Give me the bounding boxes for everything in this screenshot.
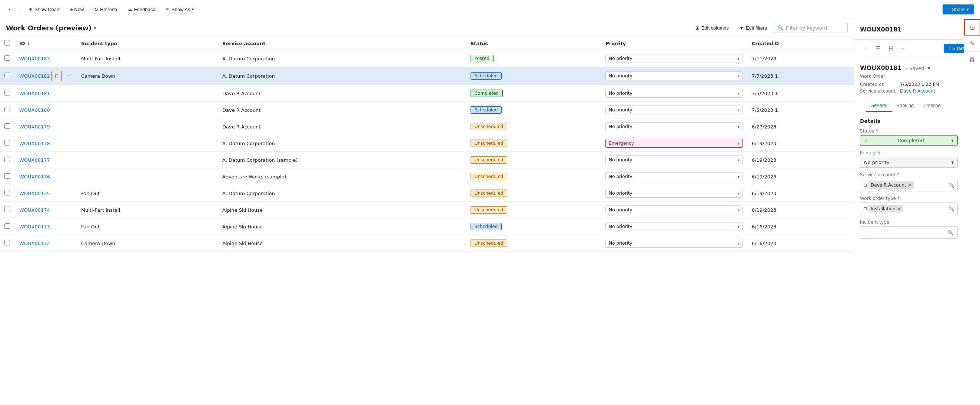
edit-filters-button[interactable]: ▼ Edit filters — [735, 23, 771, 33]
priority-dropdown[interactable]: No priority ▾ — [605, 239, 743, 248]
priority-dropdown[interactable]: No priority ▾ — [605, 205, 743, 214]
row-checkbox[interactable] — [5, 240, 10, 245]
work-order-link[interactable]: WOUX00182 — [19, 73, 50, 79]
panel-layout-button[interactable]: ⊞ — [885, 43, 896, 54]
list-title-chevron-icon[interactable]: ▾ — [94, 25, 96, 31]
work-order-link[interactable]: WOUX00175 — [19, 191, 50, 196]
select-all-checkbox[interactable] — [5, 40, 10, 46]
row-priority-cell: No priority ▾ — [601, 85, 747, 102]
work-order-link[interactable]: WOUX00176 — [19, 174, 50, 179]
work-order-link[interactable]: WOUX00174 — [19, 207, 50, 213]
priority-dropdown[interactable]: No priority ▾ — [605, 156, 743, 164]
service-account-meta-link[interactable]: Dave R Account — [900, 89, 958, 94]
row-checkbox[interactable] — [5, 106, 10, 112]
side-edit-button[interactable]: ✎ — [964, 35, 980, 52]
work-order-link[interactable]: WOUX00173 — [19, 224, 50, 230]
work-order-link[interactable]: WOUX00183 — [19, 56, 50, 62]
priority-field-group: Priority ✎ No priority ▾ — [860, 150, 958, 168]
side-delete-button[interactable]: 🗑 — [964, 52, 980, 68]
priority-label-text: Priority — [860, 150, 876, 156]
panel-toolbar: ‹ ☰ ⊞ ··· ↑ Share ▾ — [854, 40, 980, 57]
priority-dropdown[interactable]: No priority ▾ — [605, 54, 743, 63]
row-checkbox[interactable] — [5, 55, 10, 61]
refresh-button[interactable]: ↻ Refresh — [91, 5, 121, 14]
header-service-account[interactable]: Service account — [218, 37, 466, 50]
header-priority[interactable]: Priority — [601, 37, 747, 50]
status-field-dropdown[interactable]: ✓ Completed ▾ — [860, 135, 958, 146]
service-account-search-icon[interactable]: 🔍 — [948, 183, 955, 188]
priority-dropdown[interactable]: No priority ▾ — [605, 122, 743, 131]
row-open-form-button[interactable]: ⊡ — [51, 71, 62, 81]
row-checkbox[interactable] — [5, 90, 10, 95]
incident-type-search-icon[interactable]: 🔍 — [948, 230, 954, 235]
work-order-link[interactable]: WOUX00179 — [19, 124, 50, 130]
details-title: Details — [860, 118, 958, 124]
back-button[interactable]: ← — [6, 5, 16, 15]
priority-column-label: Priority — [605, 41, 626, 46]
header-status[interactable]: Status — [466, 37, 601, 50]
panel-collapse-button[interactable]: ▾ — [926, 63, 932, 73]
feedback-button[interactable]: ☁ Feedback — [124, 5, 159, 14]
row-checkbox-cell — [0, 102, 15, 119]
header-incident-type[interactable]: Incident type — [77, 37, 218, 50]
row-created-cell: 7/5/2023 1 — [747, 102, 854, 119]
share-button[interactable]: ↑ Share ▾ — [943, 5, 974, 14]
work-order-type-remove-icon[interactable]: ✕ — [897, 206, 902, 212]
show-as-button[interactable]: ⊡ Show As ▾ — [162, 5, 198, 14]
row-checkbox[interactable] — [5, 123, 10, 129]
tab-timeline[interactable]: Timeline — [918, 100, 945, 112]
row-id-cell: WOUX00179 — [15, 119, 77, 135]
main-area: Work Orders (preview) ▾ ⊞ Edit columns ▼… — [0, 19, 980, 405]
row-checkbox[interactable] — [5, 173, 10, 179]
row-id-cell: WOUX00175 — [15, 185, 77, 202]
header-id[interactable]: ID ↓ — [15, 37, 77, 50]
panel-back-button[interactable]: ‹ — [860, 43, 871, 54]
row-id-cell: WOUX00173 — [15, 218, 77, 235]
work-order-link[interactable]: WOUX00172 — [19, 241, 50, 246]
panel-more-button[interactable]: ··· — [898, 43, 909, 54]
status-badge: Unscheduled — [471, 156, 508, 164]
row-checkbox[interactable] — [5, 140, 10, 146]
tab-general[interactable]: General — [866, 100, 892, 112]
priority-dropdown[interactable]: No priority ▾ — [605, 172, 743, 181]
new-label: + New — [70, 7, 84, 12]
service-account-remove-icon[interactable]: ✕ — [908, 182, 912, 188]
work-order-link[interactable]: WOUX00180 — [19, 107, 50, 113]
filter-search-input[interactable]: 🔍 Filter by keyword — [774, 23, 848, 33]
row-checkbox[interactable] — [5, 223, 10, 229]
priority-dropdown[interactable]: No priority ▾ — [605, 89, 743, 98]
row-incident-type-cell: Fan Out — [77, 218, 218, 235]
priority-dropdown[interactable]: No priority ▾ — [605, 189, 743, 198]
new-button[interactable]: + New — [66, 5, 88, 14]
row-priority-cell: No priority ▾ — [601, 185, 747, 202]
tab-booking[interactable]: Booking — [892, 100, 918, 112]
row-checkbox[interactable] — [5, 206, 10, 212]
priority-dropdown[interactable]: No priority ▾ — [605, 222, 743, 231]
side-document-view-button[interactable]: ⊡ — [964, 19, 980, 35]
work-order-link[interactable]: WOUX00181 — [19, 91, 50, 96]
panel-document-button[interactable]: ☰ — [873, 43, 884, 54]
priority-field-dropdown[interactable]: No priority ▾ — [860, 157, 958, 168]
edit-columns-button[interactable]: ⊞ Edit columns — [692, 23, 732, 33]
row-service-account-cell: Dave R Account — [218, 119, 466, 135]
priority-dropdown[interactable]: Emergency ▾ — [605, 139, 743, 148]
row-service-account-cell: Alpine Ski House — [218, 202, 466, 218]
priority-edit-icon[interactable]: ✎ — [877, 151, 881, 156]
priority-dropdown[interactable]: No priority ▾ — [605, 105, 743, 114]
header-created[interactable]: Created O — [747, 37, 854, 50]
work-order-link[interactable]: WOUX00178 — [19, 141, 50, 146]
show-chart-button[interactable]: ⊞ Show Chart — [25, 5, 64, 14]
work-order-type-search-icon[interactable]: 🔍 — [948, 206, 955, 212]
work-order-type-tag-field[interactable]: ⊡ Installation ✕ 🔍 — [860, 202, 958, 215]
status-chevron-icon: ▾ — [951, 138, 954, 143]
row-more-button[interactable]: ··· — [64, 71, 72, 80]
row-checkbox-cell — [0, 135, 15, 152]
service-account-tag-field[interactable]: ⊡ Dave R Account ✕ 🔍 — [860, 179, 958, 191]
priority-dropdown[interactable]: No priority ▾ — [605, 71, 743, 80]
incident-type-field[interactable]: --- 🔍 — [860, 226, 958, 239]
work-order-link[interactable]: WOUX00177 — [19, 157, 50, 163]
status-badge: Scheduled — [471, 72, 502, 79]
row-checkbox[interactable] — [5, 157, 10, 162]
row-checkbox[interactable] — [5, 73, 10, 78]
row-checkbox[interactable] — [5, 190, 10, 195]
